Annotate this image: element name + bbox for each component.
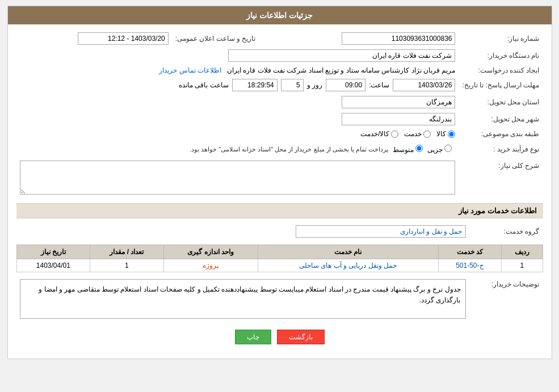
send-deadline-label: مهلت ارسال پاسخ: تا تاریخ: <box>459 77 543 94</box>
description-label: شرح کلی نیاز: <box>459 158 543 199</box>
buyer-notes-content: جدول نرخ و برگ پیشنهاد قیمت مندرج در اسن… <box>20 279 466 319</box>
cell-date: 1403/04/01 <box>16 259 90 272</box>
button-row: بازگشت چاپ <box>16 330 543 344</box>
process-radio-motavasset-label[interactable]: متوسط <box>393 145 423 154</box>
service-group-input[interactable] <box>296 225 466 238</box>
col-code: کد خدمت <box>438 245 502 259</box>
process-label: نوع فرآیند خرید : <box>459 140 543 158</box>
print-button[interactable]: چاپ <box>235 330 271 344</box>
table-row: 1 ح-50-501 حمل ونقل دریایی و آب های ساحل… <box>16 259 543 272</box>
announce-input[interactable] <box>78 32 169 45</box>
process-note: پرداخت تمام یا بخشی از مبلغ خریدار از مح… <box>190 146 388 153</box>
col-date: تاریخ نیاز <box>16 245 90 259</box>
col-qty: تعداد / مقدار <box>90 245 164 259</box>
deadline-date-input[interactable] <box>393 79 455 91</box>
deadline-days-label: روز و <box>307 81 322 89</box>
process-row: جزیی متوسط پرداخت تمام یا بخشی از مبلغ خ… <box>20 142 456 156</box>
category-radio-kala-khedmat[interactable] <box>391 130 398 138</box>
service-group-label: گروه خدمت: <box>469 223 543 240</box>
back-button[interactable]: بازگشت <box>277 330 325 344</box>
category-radio-kala-label[interactable]: کالا <box>436 130 455 138</box>
process-radio-jozii-label[interactable]: جزیی <box>427 145 452 154</box>
creator-label: ایجاد کننده درخواست: <box>459 64 543 77</box>
process-radio-jozii[interactable] <box>444 145 452 152</box>
main-container: جزئیات اطلاعات نیاز شماره نیاز: تاریخ و … <box>7 6 552 359</box>
col-name: نام خدمت <box>258 245 438 259</box>
col-unit: واحد اندازه گیری <box>163 245 258 259</box>
page-title: جزئیات اطلاعات نیاز <box>8 6 552 24</box>
deadline-remaining-label: ساعت باقی مانده <box>179 81 229 89</box>
services-table: ردیف کد خدمت نام خدمت واحد اندازه گیری ت… <box>16 245 543 272</box>
announce-label: تاریخ و ساعت اعلان عمومی: <box>172 30 267 47</box>
col-row: ردیف <box>502 245 543 259</box>
buyer-notes-label: توضیحات خریدار: <box>469 277 543 321</box>
need-number-input[interactable] <box>342 32 455 45</box>
province-input[interactable] <box>342 96 455 108</box>
buyer-name-label: نام دستگاه خریدار: <box>459 47 543 64</box>
city-input[interactable] <box>342 113 455 125</box>
category-radio-kala-khedmat-label[interactable]: کالا/خدمت <box>360 130 398 138</box>
cell-qty: 1 <box>90 259 164 272</box>
need-number-value <box>267 30 459 47</box>
buyer-name-value <box>16 47 459 64</box>
creator-text: مریم قربان نژاد کارشناس سامانه ستاد و تو… <box>227 66 455 74</box>
announce-value <box>16 30 172 47</box>
creator-value: مریم قربان نژاد کارشناس سامانه ستاد و تو… <box>16 64 459 77</box>
services-section-title: اطلاعات خدمات مورد نیاز <box>16 203 543 218</box>
service-group-table: گروه خدمت: <box>16 223 543 240</box>
category-radio-kala[interactable] <box>448 130 455 138</box>
creator-link[interactable]: اطلاعات تماس خریدار <box>159 66 221 74</box>
cell-code: ح-50-501 <box>438 259 502 272</box>
category-radio-group: کالا خدمت کالا/خدمت <box>20 130 456 138</box>
deadline-time-label: ساعت: <box>369 81 389 89</box>
category-radio-khedmat-label[interactable]: خدمت <box>404 130 431 138</box>
buyer-name-input[interactable] <box>228 49 455 62</box>
deadline-days-input[interactable] <box>281 79 304 91</box>
description-textarea[interactable] <box>20 161 456 195</box>
need-number-label: شماره نیاز: <box>459 30 543 47</box>
city-label: شهر محل تحویل: <box>459 111 543 128</box>
cell-unit: پروژه <box>163 259 258 272</box>
category-label: طبقه بندی موضوعی: <box>459 128 543 140</box>
buyer-notes-table: توضیحات خریدار: جدول نرخ و برگ پیشنهاد ق… <box>16 277 543 321</box>
cell-name: حمل ونقل دریایی و آب های ساحلی <box>258 259 438 272</box>
info-table: شماره نیاز: تاریخ و ساعت اعلان عمومی: نا… <box>16 30 543 199</box>
deadline-remaining-input[interactable] <box>232 79 278 91</box>
content-area: شماره نیاز: تاریخ و ساعت اعلان عمومی: نا… <box>8 24 552 359</box>
category-radio-khedmat[interactable] <box>423 130 431 138</box>
deadline-time-input[interactable] <box>326 79 365 91</box>
process-radio-motavasset[interactable] <box>415 145 423 152</box>
province-label: استان محل تحویل: <box>459 94 543 111</box>
cell-row: 1 <box>502 259 543 272</box>
